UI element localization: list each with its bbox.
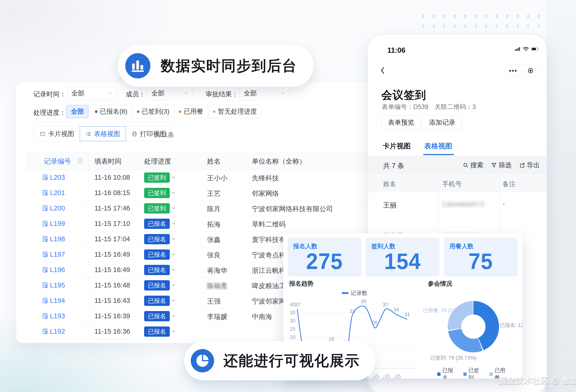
record-doc-icon <box>42 267 49 273</box>
view-table-button[interactable]: 表格视图 <box>80 126 126 141</box>
search-button[interactable]: 搜索 <box>463 161 483 170</box>
record-doc-icon <box>42 205 49 211</box>
more-dots-icon[interactable]: ••• <box>505 67 522 74</box>
record-company: 邻家网络 <box>252 189 279 198</box>
record-company: 草料二维码 <box>252 220 286 229</box>
table-row[interactable]: L199 11-15 17:10 已报名 拓海 草料二维码 <box>26 216 377 232</box>
point-label: 31 <box>403 311 411 318</box>
status-badge[interactable]: 已报名 <box>144 234 170 244</box>
back-chevron-icon[interactable] <box>380 66 385 75</box>
chevron-down-icon[interactable] <box>171 283 176 287</box>
legend-label: 已签到 <box>468 367 483 378</box>
status-badge[interactable]: 已报名 <box>144 265 170 275</box>
record-circle-icon[interactable] <box>522 67 539 74</box>
status-badge[interactable]: 已报名 <box>144 296 170 306</box>
phone-record-count: 共 7 条 <box>383 161 404 171</box>
status-badge[interactable]: 已报名 <box>144 219 170 229</box>
chevron-down-icon[interactable] <box>171 175 176 180</box>
point-label: 37 <box>381 302 389 308</box>
filter-select-member[interactable]: 全部 <box>147 87 192 100</box>
record-time: 11-15 16:49 <box>94 251 130 258</box>
chevron-down-icon[interactable] <box>171 314 176 318</box>
search-icon <box>463 162 469 168</box>
form-preview-button[interactable]: 表单预览 <box>381 115 421 129</box>
chevron-down-icon[interactable] <box>171 267 176 272</box>
record-name: 王强 <box>207 297 221 306</box>
view-card-button[interactable]: 卡片视图 <box>34 126 80 141</box>
record-id-link[interactable]: L201 <box>50 189 65 197</box>
record-id-link[interactable]: L193 <box>50 312 65 320</box>
tool-label: 搜索 <box>470 161 483 170</box>
status-badge[interactable]: 已报名 <box>144 249 170 260</box>
status-dot <box>137 110 140 113</box>
tool-label: 筛选 <box>499 161 512 170</box>
progress-option-checkedin[interactable]: 已签到(3) <box>132 105 174 118</box>
record-doc-icon <box>42 220 49 227</box>
chevron-down-icon[interactable] <box>171 221 176 226</box>
status-badge[interactable]: 已报名 <box>144 311 170 321</box>
filter-button[interactable]: 筛选 <box>491 161 512 170</box>
record-name: 蒋海华 <box>207 266 227 275</box>
filter-select-record-time[interactable]: 全部 <box>67 87 116 100</box>
col-header-record-id[interactable]: 记录编号 <box>44 157 71 166</box>
view-switcher: 卡片视图 表格视图 打印视图 <box>34 126 172 141</box>
filter-icon <box>491 162 497 168</box>
record-id-link[interactable]: L195 <box>50 281 65 289</box>
add-record-button[interactable]: 添加记录 <box>422 115 462 129</box>
record-name: 拓海 <box>207 220 221 229</box>
record-id-link[interactable]: L203 <box>50 174 65 181</box>
record-id-link[interactable]: L200 <box>50 204 65 212</box>
progress-option-registered[interactable]: 已报名(8) <box>90 105 132 118</box>
status-badge[interactable]: 已签到 <box>144 188 170 198</box>
record-time: 11-15 17:46 <box>94 204 130 212</box>
record-id-link[interactable]: L197 <box>50 251 65 258</box>
record-doc-icon <box>42 282 49 288</box>
watermark: 掘金技术社区 @ 数据资客 <box>499 375 576 386</box>
record-company: 宁波邻家网络科技有限公司 <box>252 204 333 214</box>
record-id-link[interactable]: L192 <box>50 328 65 335</box>
point-label: 33 <box>348 308 356 314</box>
stat-card-checkedin: 签到人数 154 <box>366 238 440 276</box>
progress-option-dined[interactable]: 已用餐 <box>174 105 208 118</box>
stat-card-registered: 报名人数 275 <box>288 238 361 276</box>
point-label: 39 <box>360 299 368 304</box>
progress-option-all[interactable]: 全部 <box>66 105 88 118</box>
tab-card-view[interactable]: 卡片视图 <box>383 141 411 151</box>
record-id-link[interactable]: L196 <box>50 266 65 274</box>
column-divider <box>500 174 500 233</box>
help-circle-icon[interactable] <box>77 158 83 163</box>
chevron-down-icon[interactable] <box>171 252 176 257</box>
donut-callout-dined: 已用餐: 75 (27.27... <box>423 307 467 314</box>
chevron-down-icon[interactable] <box>171 298 176 303</box>
record-name: 陈福贵 <box>207 281 227 291</box>
status-badge[interactable]: 已报名 <box>144 280 170 291</box>
legend-swatch <box>490 372 493 376</box>
chevron-down-icon[interactable] <box>171 329 176 334</box>
record-doc-icon <box>42 297 49 304</box>
progress-option-label: 全部 <box>71 107 84 116</box>
legend-swatch <box>437 372 440 376</box>
y-tick: 25 <box>288 326 295 332</box>
chevron-down-icon[interactable] <box>171 190 176 195</box>
miniprogram-capsule[interactable]: ••• <box>504 65 539 77</box>
status-badge[interactable]: 已签到 <box>144 203 170 213</box>
filter-select-approval[interactable]: 全部 <box>240 87 289 100</box>
chevron-down-icon[interactable] <box>171 237 176 241</box>
progress-option-none[interactable]: 暂无处理进度 <box>208 105 261 118</box>
tab-table-view[interactable]: 表格视图 <box>424 141 452 151</box>
table-row[interactable]: L201 11-16 08:15 已签到 王艺 邻家网络 <box>26 185 377 201</box>
export-button[interactable]: 导出 <box>519 161 540 170</box>
status-badge[interactable]: 已签到 <box>144 172 170 183</box>
table-row[interactable]: L200 11-15 17:46 已签到 陈月 宁波邻家网络科技有限公司 <box>26 201 377 216</box>
progress-option-label: 已报名(8) <box>100 107 127 116</box>
chevron-down-icon[interactable] <box>171 206 176 211</box>
record-id-link[interactable]: L194 <box>50 297 65 304</box>
record-doc-icon <box>42 189 49 196</box>
table-row[interactable]: L203 11-16 10:08 已签到 王小小 先锋科技 <box>26 170 377 185</box>
record-id-link[interactable]: L198 <box>50 235 65 243</box>
col-header-note: 备注 <box>503 180 516 188</box>
record-id-link[interactable]: L199 <box>50 220 65 228</box>
status-badge[interactable]: 已报名 <box>144 327 170 337</box>
status-dot <box>213 110 215 113</box>
record-doc-icon <box>42 236 49 242</box>
